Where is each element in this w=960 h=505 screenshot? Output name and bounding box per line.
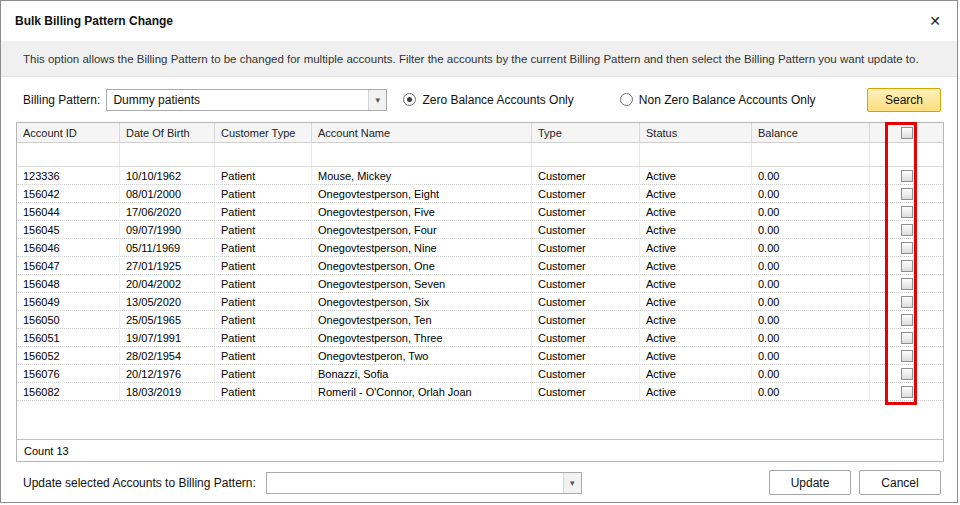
billing-pattern-value: Dummy patients: [107, 90, 368, 110]
table-row[interactable]: 15604820/04/2002PatientOnegovtestperson,…: [17, 275, 943, 293]
table-row[interactable]: 15605119/07/1991PatientOnegovtestperson,…: [17, 329, 943, 347]
cell-type: Customer: [532, 185, 640, 202]
row-checkbox[interactable]: [901, 278, 913, 290]
radio-zero-balance[interactable]: Zero Balance Accounts Only: [403, 93, 573, 107]
row-checkbox[interactable]: [901, 350, 913, 362]
row-checkbox[interactable]: [901, 242, 913, 254]
bulk-billing-pattern-change-dialog: Bulk Billing Pattern Change ✕ This optio…: [0, 0, 958, 503]
description-band: This option allows the Billing Pattern t…: [1, 41, 957, 77]
cell-account-id: 156076: [17, 365, 120, 382]
cell-date-of-birth: 20/12/1976: [120, 365, 215, 382]
cell-date-of-birth: 27/01/1925: [120, 257, 215, 274]
cell-status: Active: [640, 185, 752, 202]
cell-account-id: 156048: [17, 275, 120, 292]
cell-status: Active: [640, 167, 752, 184]
cell-account-id: 156044: [17, 203, 120, 220]
cell-type: Customer: [532, 383, 640, 400]
search-button[interactable]: Search: [867, 88, 941, 112]
cell-status: Active: [640, 329, 752, 346]
filter-cell-balance[interactable]: [752, 143, 870, 166]
row-checkbox-cell: [870, 257, 943, 274]
column-header-account-id[interactable]: Account ID: [17, 123, 120, 142]
radio-non-zero-balance[interactable]: Non Zero Balance Accounts Only: [620, 93, 816, 107]
row-checkbox[interactable]: [901, 332, 913, 344]
row-checkbox[interactable]: [901, 386, 913, 398]
column-header-status[interactable]: Status: [640, 123, 752, 142]
filter-cell-status[interactable]: [640, 143, 752, 166]
cell-account-name: Mouse, Mickey: [312, 167, 532, 184]
cell-account-name: Onegovtestperson, Five: [312, 203, 532, 220]
table-row[interactable]: 15604605/11/1969PatientOnegovtestperson,…: [17, 239, 943, 257]
filter-cell-type[interactable]: [532, 143, 640, 166]
cell-account-id: 156046: [17, 239, 120, 256]
cell-balance: 0.00: [752, 293, 870, 310]
row-checkbox[interactable]: [901, 170, 913, 182]
filter-cell-customer-type[interactable]: [215, 143, 312, 166]
cell-status: Active: [640, 221, 752, 238]
filter-cell-date-of-birth[interactable]: [120, 143, 215, 166]
table-row[interactable]: 15604727/01/1925PatientOnegovtestperson,…: [17, 257, 943, 275]
filter-cell-account-name[interactable]: [312, 143, 532, 166]
select-all-header-cell: [870, 123, 943, 142]
column-header-balance[interactable]: Balance: [752, 123, 870, 142]
cell-balance: 0.00: [752, 365, 870, 382]
cancel-button[interactable]: Cancel: [859, 470, 941, 495]
cell-date-of-birth: 13/05/2020: [120, 293, 215, 310]
table-row[interactable]: 15604208/01/2000PatientOnegovtestperson,…: [17, 185, 943, 203]
select-all-checkbox[interactable]: [901, 127, 913, 139]
cell-type: Customer: [532, 275, 640, 292]
table-row[interactable]: 15608218/03/2019PatientRomeril - O'Conno…: [17, 383, 943, 401]
column-header-type[interactable]: Type: [532, 123, 640, 142]
close-icon[interactable]: ✕: [929, 14, 941, 28]
chevron-down-icon[interactable]: ▾: [368, 90, 386, 110]
table-row[interactable]: 15605228/02/1954PatientOnegovtestperon, …: [17, 347, 943, 365]
filter-cell-checkbox-column: [870, 143, 943, 166]
table-row[interactable]: 15604913/05/2020PatientOnegovtestperson,…: [17, 293, 943, 311]
row-checkbox-cell: [870, 185, 943, 202]
cell-account-name: Onegovtestperson, One: [312, 257, 532, 274]
radio-circle-icon: [403, 93, 416, 106]
table-row[interactable]: 15604417/06/2020PatientOnegovtestperson,…: [17, 203, 943, 221]
row-checkbox[interactable]: [901, 296, 913, 308]
update-billing-pattern-combobox[interactable]: ▾: [266, 472, 582, 494]
row-checkbox[interactable]: [901, 368, 913, 380]
update-button[interactable]: Update: [769, 470, 851, 495]
radio-circle-icon: [620, 93, 633, 106]
cell-date-of-birth: 19/07/1991: [120, 329, 215, 346]
cell-status: Active: [640, 275, 752, 292]
row-checkbox-cell: [870, 365, 943, 382]
table-row[interactable]: 15605025/05/1965PatientOnegovtestperson,…: [17, 311, 943, 329]
cell-customer-type: Patient: [215, 239, 312, 256]
grid-status-row: Count 13: [17, 439, 943, 461]
table-row[interactable]: 15604509/07/1990PatientOnegovtestperson,…: [17, 221, 943, 239]
cell-status: Active: [640, 347, 752, 364]
column-header-account-name[interactable]: Account Name: [312, 123, 532, 142]
cell-customer-type: Patient: [215, 275, 312, 292]
table-row[interactable]: 12333610/10/1962PatientMouse, MickeyCust…: [17, 167, 943, 185]
row-checkbox[interactable]: [901, 188, 913, 200]
cell-account-id: 156045: [17, 221, 120, 238]
row-checkbox[interactable]: [901, 206, 913, 218]
cell-date-of-birth: 08/01/2000: [120, 185, 215, 202]
cell-date-of-birth: 18/03/2019: [120, 383, 215, 400]
row-checkbox[interactable]: [901, 260, 913, 272]
footer-bar: Update selected Accounts to Billing Patt…: [1, 462, 957, 503]
cell-date-of-birth: 20/04/2002: [120, 275, 215, 292]
table-row[interactable]: 15607620/12/1976PatientBonazzi, SofiaCus…: [17, 365, 943, 383]
column-header-date-of-birth[interactable]: Date Of Birth: [120, 123, 215, 142]
row-checkbox[interactable]: [901, 224, 913, 236]
cell-balance: 0.00: [752, 383, 870, 400]
filter-cell-account-id[interactable]: [17, 143, 120, 166]
cell-customer-type: Patient: [215, 311, 312, 328]
row-checkbox-cell: [870, 239, 943, 256]
chevron-down-icon[interactable]: ▾: [563, 473, 581, 493]
column-header-customer-type[interactable]: Customer Type: [215, 123, 312, 142]
cell-account-name: Romeril - O'Connor, Orlah Joan: [312, 383, 532, 400]
cell-type: Customer: [532, 257, 640, 274]
grid-filter-row[interactable]: [17, 143, 943, 167]
cell-date-of-birth: 28/02/1954: [120, 347, 215, 364]
billing-pattern-combobox[interactable]: Dummy patients ▾: [106, 89, 387, 111]
cell-balance: 0.00: [752, 329, 870, 346]
row-checkbox[interactable]: [901, 314, 913, 326]
grid-header-row: Account IDDate Of BirthCustomer TypeAcco…: [17, 123, 943, 143]
